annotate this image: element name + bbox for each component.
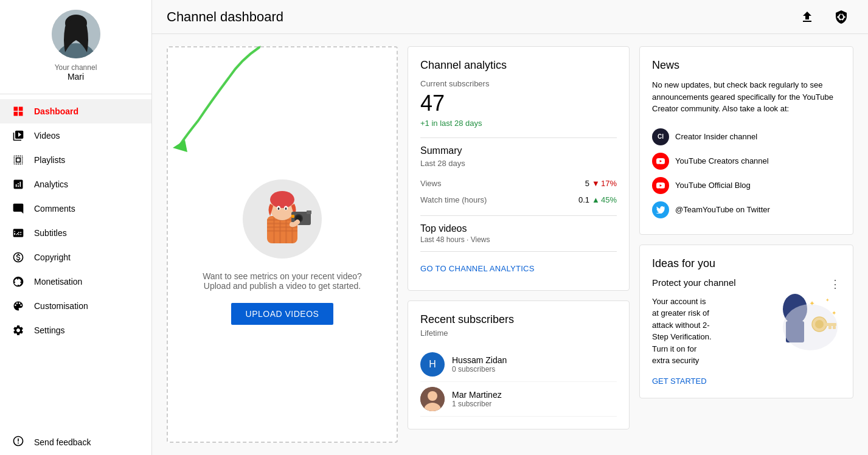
creator-insider-icon: CI: [652, 128, 669, 145]
watch-label: Watch time (hours): [420, 195, 487, 204]
monetisation-icon: [12, 276, 24, 288]
dashboard-icon: [12, 105, 24, 117]
page-title: Channel dashboard: [167, 9, 283, 25]
sidebar-divider: [0, 94, 151, 94]
subscribers-change-text: +1 in last 28 days: [420, 119, 482, 128]
sidebar-item-label-customisation: Customisation: [34, 301, 88, 311]
svg-rect-12: [273, 216, 275, 243]
divider3: [420, 251, 617, 252]
sidebar-item-analytics[interactable]: Analytics: [0, 172, 151, 196]
analytics-title: Channel analytics: [420, 59, 617, 72]
sidebar-item-send-feedback[interactable]: Send feedback: [0, 429, 151, 455]
live-button[interactable]: [829, 5, 853, 29]
subscribers-count: 47: [420, 91, 617, 116]
svg-rect-25: [307, 210, 311, 214]
svg-rect-14: [285, 216, 287, 243]
ideas-card-header: Protect your channel ⋮: [652, 277, 841, 291]
get-started-link[interactable]: GET STARTED: [652, 377, 707, 386]
subscriber-avatar-hussam: H: [420, 352, 445, 377]
divider2: [420, 215, 617, 216]
ideas-body: Your account is at greater risk of attac…: [652, 291, 841, 386]
subscriber-name-hussam: Hussam Zidan: [452, 355, 507, 365]
news-link-creator-insider[interactable]: CI Creator Insider channel: [652, 125, 841, 149]
recent-subscribers-card: Recent subscribers Lifetime H Hussam Zid…: [408, 300, 630, 429]
security-illustration: ✦ ✦ ✦: [762, 291, 841, 352]
topbar-actions: [795, 5, 853, 29]
views-label: Views: [420, 179, 441, 188]
views-change: ▼ 17%: [592, 179, 617, 188]
top-videos-period: Last 48 hours · Views: [420, 235, 617, 244]
comments-icon: [12, 203, 24, 215]
channel-label: Your channel: [55, 63, 97, 72]
videos-icon: [12, 130, 24, 142]
svg-point-17: [270, 191, 294, 208]
twitter-label: @TeamYouTube on Twitter: [675, 205, 770, 214]
sidebar-item-settings[interactable]: Settings: [0, 318, 151, 342]
topbar: Channel dashboard: [152, 0, 868, 34]
news-link-yt-blog[interactable]: YouTube Official Blog: [652, 173, 841, 198]
subscribers-label: Current subscribers: [420, 79, 617, 88]
news-title: News: [652, 59, 841, 72]
sidebar-item-playlists[interactable]: Playlists: [0, 148, 151, 172]
svg-marker-5: [173, 140, 187, 152]
news-card: News No new updates, but check back regu…: [639, 46, 853, 235]
news-link-twitter[interactable]: @TeamYouTube on Twitter: [652, 198, 841, 222]
svg-point-21: [285, 207, 287, 210]
upload-prompt-text: Want to see metrics on your recent video…: [203, 271, 362, 291]
settings-icon: [12, 324, 24, 336]
sidebar-item-label-dashboard: Dashboard: [34, 106, 78, 116]
subscriber-avatar-mar: [420, 387, 445, 411]
ideas-description: Your account is at greater risk of attac…: [652, 296, 712, 367]
sidebar-item-label-analytics: Analytics: [34, 179, 68, 189]
subscriber-count-mar: 1 subscriber: [452, 400, 502, 408]
sidebar-item-label-subtitles: Subtitles: [34, 228, 67, 238]
yt-creators-icon: [652, 153, 669, 170]
news-description: No new updates, but check back regularly…: [652, 79, 841, 115]
subscribers-title: Recent subscribers: [420, 313, 617, 326]
upload-button[interactable]: [795, 5, 819, 29]
send-feedback-label: Send feedback: [34, 437, 91, 447]
sidebar-item-label-comments: Comments: [34, 204, 75, 214]
analytics-icon: [12, 178, 24, 190]
sidebar-item-subtitles[interactable]: Subtitles: [0, 221, 151, 245]
sidebar-item-copyright[interactable]: Copyright: [0, 245, 151, 269]
subscriber-info-hussam: Hussam Zidan 0 subscribers: [452, 355, 507, 373]
sidebar-item-videos[interactable]: Videos: [0, 123, 151, 148]
feedback-icon: [12, 435, 24, 449]
subscriber-count-hussam: 0 subscribers: [452, 365, 507, 373]
sidebar-item-monetisation[interactable]: Monetisation: [0, 269, 151, 294]
subscriber-name-mar: Mar Martinez: [452, 390, 502, 400]
sidebar-item-dashboard[interactable]: Dashboard: [0, 99, 151, 123]
content-area: Want to see metrics on your recent video…: [152, 34, 868, 455]
sidebar-item-customisation[interactable]: Customisation: [0, 294, 151, 318]
sidebar-item-label-copyright: Copyright: [34, 252, 71, 262]
ideas-card: Ideas for you Protect your channel ⋮ You…: [639, 245, 853, 398]
sidebar-item-label-videos: Videos: [34, 131, 60, 141]
subscriber-row-mar: Mar Martinez 1 subscriber: [420, 382, 617, 417]
copyright-icon: [12, 251, 24, 263]
yt-creators-label: YouTube Creators channel: [675, 156, 769, 165]
ideas-more-button[interactable]: ⋮: [830, 277, 841, 291]
sidebar-item-comments[interactable]: Comments: [0, 196, 151, 221]
yt-blog-label: YouTube Official Blog: [675, 181, 751, 190]
watch-metric-row: Watch time (hours) 0.1 ▲ 45%: [420, 192, 617, 208]
yt-blog-icon: [652, 177, 669, 194]
sidebar: Your channel Mari Dashboard Videos Playl…: [0, 0, 152, 455]
go-to-channel-analytics-link[interactable]: GO TO CHANNEL ANALYTICS: [420, 259, 535, 278]
views-metric-row: Views 5 ▼ 17%: [420, 175, 617, 192]
avatar-container: Your channel Mari: [52, 10, 100, 82]
svg-point-40: [783, 304, 838, 350]
svg-rect-26: [291, 215, 294, 218]
avatar: [52, 10, 100, 58]
subscriber-info-mar: Mar Martinez 1 subscriber: [452, 390, 502, 408]
views-value: 5 ▼ 17%: [585, 179, 617, 188]
middle-column: Channel analytics Current subscribers 47…: [408, 46, 630, 443]
analytics-card: Channel analytics Current subscribers 47…: [408, 46, 630, 291]
news-link-yt-creators[interactable]: YouTube Creators channel: [652, 149, 841, 173]
watch-value: 0.1 ▲ 45%: [578, 195, 617, 204]
ideas-title: Ideas for you: [652, 257, 841, 270]
channel-name: Mari: [68, 72, 84, 82]
upload-videos-button[interactable]: UPLOAD VIDEOS: [231, 303, 334, 325]
subtitles-icon: [12, 227, 24, 239]
top-videos-title: Top videos: [420, 223, 617, 234]
